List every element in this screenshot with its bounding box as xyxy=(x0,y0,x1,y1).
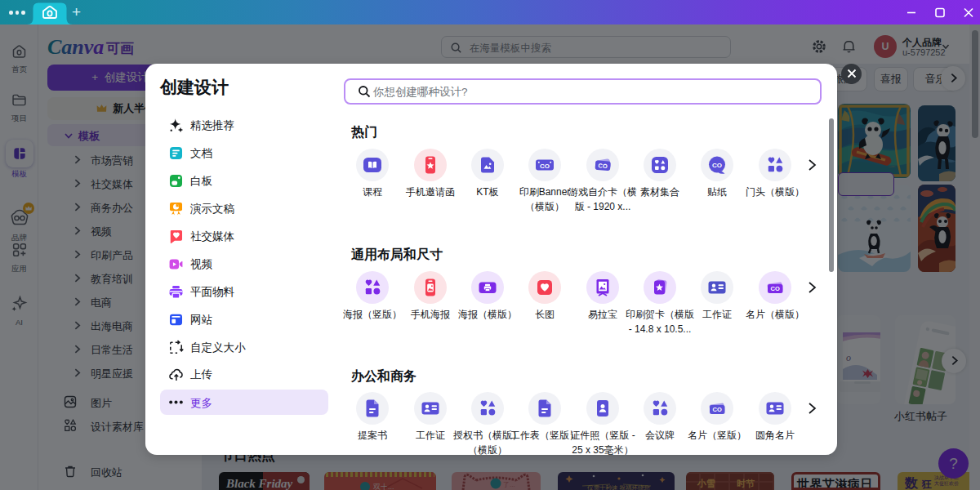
svg-text:CO: CO xyxy=(771,285,780,292)
svg-text:CO: CO xyxy=(713,406,722,413)
svg-text:CO: CO xyxy=(598,162,608,170)
svg-text:CO: CO xyxy=(712,162,722,169)
svg-text:CO: CO xyxy=(540,163,550,170)
